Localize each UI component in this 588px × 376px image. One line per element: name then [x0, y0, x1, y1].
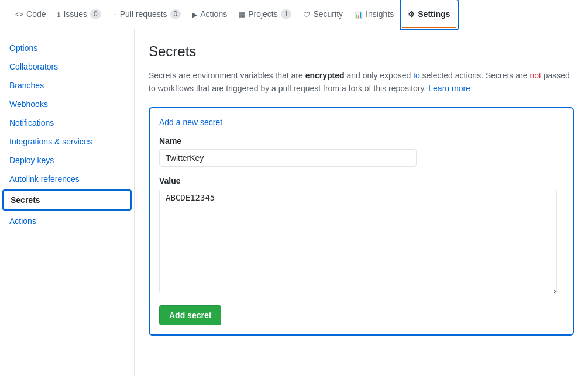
nav-security[interactable]: Security	[297, 1, 349, 28]
security-icon	[303, 9, 310, 19]
sidebar-item-secrets[interactable]: Secrets	[2, 189, 132, 211]
sidebar-item-actions[interactable]: Actions	[0, 212, 134, 230]
issues-badge: 0	[90, 9, 101, 19]
sidebar-item-options[interactable]: Options	[0, 39, 134, 57]
issues-icon	[57, 9, 60, 19]
nav-security-label: Security	[313, 9, 343, 19]
actions-icon	[192, 9, 197, 19]
gear-icon	[408, 9, 415, 19]
nav-projects[interactable]: Projects 1	[233, 1, 297, 28]
value-form-group: Value	[159, 176, 563, 296]
nav-projects-label: Projects	[248, 9, 278, 19]
sidebar-item-deploy-keys[interactable]: Deploy keys	[0, 151, 134, 170]
nav-settings[interactable]: Settings	[402, 1, 456, 28]
top-nav: Code Issues 0 Pull requests 0 Actions Pr…	[0, 0, 588, 29]
sidebar-item-autolink[interactable]: Autolink references	[0, 170, 134, 188]
sidebar-item-webhooks[interactable]: Webhooks	[0, 95, 134, 113]
value-textarea[interactable]	[159, 189, 557, 294]
sidebar-item-branches[interactable]: Branches	[0, 76, 134, 95]
description: Secrets are environment variables that a…	[149, 69, 574, 95]
pr-icon	[113, 9, 117, 19]
nav-issues[interactable]: Issues 0	[51, 1, 106, 28]
sidebar-item-collaborators[interactable]: Collaborators	[0, 57, 134, 76]
projects-badge: 1	[281, 9, 292, 19]
nav-pr-label: Pull requests	[120, 9, 167, 19]
page-layout: Options Collaborators Branches Webhooks …	[0, 29, 588, 376]
sidebar: Options Collaborators Branches Webhooks …	[0, 29, 135, 376]
nav-insights[interactable]: Insights	[349, 1, 400, 28]
nav-code[interactable]: Code	[9, 1, 51, 28]
add-secret-submit-button[interactable]: Add secret	[159, 305, 221, 325]
nav-actions-label: Actions	[200, 9, 227, 19]
nav-insights-label: Insights	[366, 9, 394, 19]
code-icon	[15, 9, 23, 19]
nav-actions[interactable]: Actions	[187, 1, 233, 28]
nav-pullrequests[interactable]: Pull requests 0	[107, 1, 187, 28]
nav-settings-label: Settings	[418, 9, 450, 19]
projects-icon	[239, 9, 245, 19]
sidebar-item-integrations[interactable]: Integrations & services	[0, 132, 134, 151]
add-secret-box: Add a new secret Name Value Add secret	[149, 107, 574, 336]
name-form-group: Name	[159, 136, 563, 167]
name-input[interactable]	[159, 149, 417, 167]
to-link[interactable]: to	[413, 71, 420, 80]
learn-more-link[interactable]: Learn more	[428, 84, 470, 93]
name-label: Name	[159, 136, 563, 146]
insights-icon	[355, 9, 363, 19]
pr-badge: 0	[170, 9, 181, 19]
main-content: Secrets Secrets are environment variable…	[135, 29, 588, 376]
page-title: Secrets	[149, 43, 574, 60]
add-new-secret-button[interactable]: Add a new secret	[159, 118, 222, 127]
value-label: Value	[159, 176, 563, 185]
nav-code-label: Code	[26, 9, 46, 19]
nav-issues-label: Issues	[63, 9, 87, 19]
sidebar-item-notifications[interactable]: Notifications	[0, 113, 134, 132]
